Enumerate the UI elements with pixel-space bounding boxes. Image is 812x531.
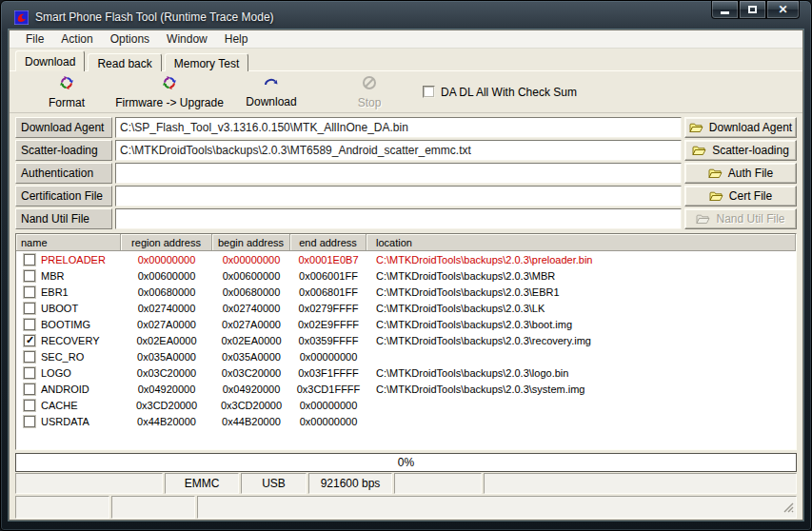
nand-util-input[interactable] xyxy=(115,208,682,229)
partition-table: name region address begin address end ad… xyxy=(15,233,797,450)
table-row[interactable]: MBR 0x00600000 0x00600000 0x006001FF C:\… xyxy=(16,267,796,284)
region-address: 0x00680000 xyxy=(121,284,212,300)
table-row[interactable]: USRDATA 0x44B20000 0x44B20000 0x00000000 xyxy=(16,413,796,429)
file-location: C:\MTKDroidTools\backups\2.0.3\system.im… xyxy=(366,381,796,397)
maximize-button[interactable] xyxy=(739,1,766,19)
da-dl-checksum-group: DA DL All With Check Sum xyxy=(423,86,577,99)
firmware-upgrade-button[interactable]: Firmware -> Upgrade xyxy=(107,73,232,111)
download-button[interactable]: Download xyxy=(232,73,310,111)
close-icon: ✕ xyxy=(778,4,787,15)
auth-file-row: Authentication File Auth File xyxy=(10,162,802,185)
file-location: C:\MTKDroidTools\backups\2.0.3\EBR1 xyxy=(366,284,796,300)
region-address: 0x44B20000 xyxy=(121,413,212,429)
region-address: 0x02740000 xyxy=(121,300,212,316)
nand-util-browse-label: Nand Util File xyxy=(716,212,784,226)
begin-address: 0x00680000 xyxy=(212,284,290,300)
file-location xyxy=(366,413,796,429)
header-location[interactable]: location xyxy=(366,234,796,250)
begin-address: 0x035A0000 xyxy=(212,348,290,364)
minimize-button[interactable] xyxy=(711,1,739,19)
folder-icon xyxy=(709,190,723,202)
partition-table-header: name region address begin address end ad… xyxy=(16,234,796,251)
menu-file[interactable]: File xyxy=(17,31,52,47)
partition-name: PRELOADER xyxy=(41,254,106,266)
tab-strip: Download Read back Memory Test xyxy=(10,49,802,70)
row-checkbox[interactable] xyxy=(24,335,35,346)
stop-button: Stop xyxy=(341,73,398,111)
format-button[interactable]: Format xyxy=(30,73,103,111)
download-agent-browse-button[interactable]: Download Agent xyxy=(684,117,797,138)
partition-name: SEC_RO xyxy=(41,351,84,363)
window-controls: ✕ xyxy=(711,1,800,19)
auth-file-browse-button[interactable]: Auth File xyxy=(684,163,797,184)
table-row[interactable]: EBR1 0x00680000 0x00680000 0x006801FF C:… xyxy=(16,284,796,300)
auth-file-browse-label: Auth File xyxy=(728,167,773,180)
file-location: C:\MTKDroidTools\backups\2.0.3\LK xyxy=(366,300,796,316)
header-region-address[interactable]: region address xyxy=(121,234,212,250)
partition-name: EBR1 xyxy=(41,286,69,298)
scatter-browse-label: Scatter-loading xyxy=(712,144,789,157)
header-begin-address[interactable]: begin address xyxy=(212,234,290,250)
row-checkbox[interactable] xyxy=(24,303,35,314)
begin-address: 0x027A0000 xyxy=(212,316,290,332)
row-checkbox[interactable] xyxy=(24,351,35,363)
client-area: File Action Options Window Help Download… xyxy=(9,30,803,521)
table-row[interactable]: UBOOT 0x02740000 0x02740000 0x0279FFFF C… xyxy=(16,300,796,316)
table-row[interactable]: PRELOADER 0x00000000 0x00000000 0x0001E0… xyxy=(16,251,796,267)
row-checkbox[interactable] xyxy=(24,367,35,379)
row-checkbox[interactable] xyxy=(24,286,35,298)
table-row[interactable]: CACHE 0x3CD20000 0x3CD20000 0x00000000 xyxy=(16,397,796,413)
cert-file-input[interactable] xyxy=(115,186,682,206)
menu-window[interactable]: Window xyxy=(158,31,216,47)
minimize-icon xyxy=(721,11,729,14)
region-address: 0x3CD20000 xyxy=(121,397,212,413)
table-row[interactable]: RECOVERY 0x02EA0000 0x02EA0000 0x0359FFF… xyxy=(16,332,796,348)
resize-grip[interactable] xyxy=(782,501,794,516)
scatter-file-input[interactable] xyxy=(115,140,682,161)
menu-help[interactable]: Help xyxy=(216,31,257,47)
end-address: 0x006001FF xyxy=(290,267,366,284)
begin-address: 0x00600000 xyxy=(212,267,290,284)
status-baud-rate: 921600 bps xyxy=(308,473,392,494)
table-row[interactable]: BOOTIMG 0x027A0000 0x027A0000 0x02E9FFFF… xyxy=(16,316,796,332)
cert-file-browse-button[interactable]: Cert File xyxy=(684,186,797,206)
table-row[interactable]: ANDROID 0x04920000 0x04920000 0x3CD1FFFF… xyxy=(16,381,796,397)
header-end-address[interactable]: end address xyxy=(290,234,366,250)
row-checkbox[interactable] xyxy=(24,254,35,266)
row-checkbox[interactable] xyxy=(24,270,35,282)
row-checkbox[interactable] xyxy=(24,319,35,330)
progress-percent: 0% xyxy=(398,456,414,469)
scatter-browse-button[interactable]: Scatter-loading xyxy=(684,140,797,161)
partition-name: BOOTIMG xyxy=(41,319,90,330)
header-name[interactable]: name xyxy=(16,234,121,250)
folder-icon xyxy=(692,145,706,156)
cert-file-row: Certification File Cert File xyxy=(10,185,802,207)
da-dl-checksum-checkbox[interactable] xyxy=(423,86,435,98)
scatter-file-row: Scatter-loading File Scatter-loading xyxy=(10,139,802,162)
file-location xyxy=(366,397,796,413)
table-row[interactable]: SEC_RO 0x035A0000 0x035A0000 0x00000000 xyxy=(16,348,796,364)
recycle-arrows-icon xyxy=(59,75,74,94)
tab-read-back[interactable]: Read back xyxy=(88,53,161,71)
curved-arrow-icon xyxy=(263,76,280,93)
folder-icon xyxy=(708,167,723,179)
nand-util-browse-button: Nand Util File xyxy=(684,208,797,229)
row-checkbox[interactable] xyxy=(24,384,35,395)
download-agent-input[interactable] xyxy=(115,117,682,138)
menu-options[interactable]: Options xyxy=(102,31,158,47)
recycle-arrows-icon xyxy=(162,75,177,94)
titlebar[interactable]: Smart Phone Flash Tool (Runtime Trace Mo… xyxy=(1,1,811,30)
partition-table-body: PRELOADER 0x00000000 0x00000000 0x0001E0… xyxy=(16,251,796,429)
row-checkbox[interactable] xyxy=(24,416,35,427)
close-button[interactable]: ✕ xyxy=(766,1,800,19)
auth-file-input[interactable] xyxy=(115,163,682,184)
download-agent-label: Download Agent xyxy=(15,117,112,138)
row-checkbox[interactable] xyxy=(24,400,35,411)
menu-action[interactable]: Action xyxy=(52,31,101,47)
region-address: 0x027A0000 xyxy=(121,316,212,332)
table-row[interactable]: LOGO 0x03C20000 0x03C20000 0x03F1FFFF C:… xyxy=(16,364,796,381)
tab-download[interactable]: Download xyxy=(15,50,85,71)
tab-memory-test[interactable]: Memory Test xyxy=(165,53,248,71)
progress-bar: 0% xyxy=(15,453,797,472)
end-address: 0x0001E0B7 xyxy=(290,251,366,267)
